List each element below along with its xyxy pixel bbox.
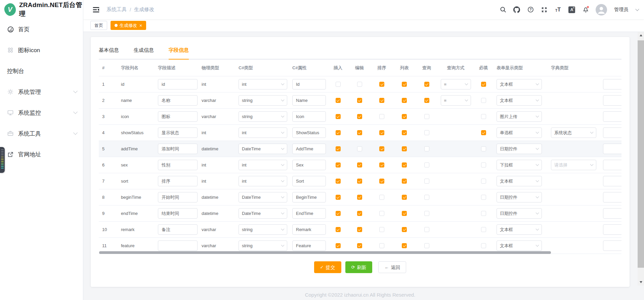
required-checkbox-checked[interactable] (481, 82, 486, 87)
scroll-down-arrow[interactable] (638, 279, 644, 285)
vertical-scrollbar-thumb[interactable] (638, 40, 644, 268)
insert-checkbox-checked[interactable] (336, 130, 341, 135)
display-type-select[interactable]: 日期控件 (497, 144, 542, 154)
display-type-select[interactable]: 下拉框 (497, 160, 542, 170)
submit-button[interactable]: ✓ 提交 (314, 261, 341, 273)
list-checkbox-checked[interactable] (402, 130, 407, 135)
csharp-property-input[interactable]: Remark (292, 224, 326, 235)
csharp-type-select[interactable]: DateTime (239, 208, 287, 219)
sidebar-item-官网地址[interactable]: 官网地址 (0, 144, 83, 165)
insert-checkbox-checked[interactable] (336, 98, 341, 103)
description-input[interactable]: 结束时间 (158, 208, 198, 219)
required-checkbox-unchecked[interactable] (481, 114, 486, 119)
csharp-property-input[interactable]: ShowStatus (292, 127, 326, 138)
description-input[interactable]: 名称 (158, 95, 198, 106)
edit-checkbox-unchecked[interactable] (357, 82, 362, 87)
extra-input[interactable] (603, 95, 621, 106)
extra-input[interactable] (603, 240, 621, 251)
list-checkbox-checked[interactable] (402, 82, 407, 87)
extra-input[interactable] (603, 192, 621, 202)
csharp-property-input[interactable]: Sex (292, 160, 326, 170)
insert-checkbox-checked[interactable] (336, 195, 341, 200)
horizontal-scrollbar-thumb[interactable] (99, 251, 551, 254)
query-checkbox-unchecked[interactable] (424, 179, 429, 184)
description-input[interactable]: 开始时间 (158, 192, 198, 202)
insert-checkbox-checked[interactable] (336, 243, 341, 248)
list-checkbox-checked[interactable] (402, 195, 407, 200)
list-checkbox-checked[interactable] (402, 146, 407, 151)
csharp-property-input[interactable]: Icon (292, 111, 326, 122)
back-button[interactable]: ← 返回 (378, 261, 406, 273)
bell-icon[interactable] (582, 6, 589, 13)
query-checkbox-unchecked[interactable] (424, 146, 429, 151)
edit-checkbox-checked[interactable] (357, 195, 362, 200)
required-checkbox-unchecked[interactable] (481, 243, 486, 248)
github-icon[interactable] (513, 6, 520, 13)
extra-input[interactable] (603, 224, 621, 235)
extra-input[interactable] (603, 176, 621, 186)
required-checkbox-unchecked[interactable] (481, 195, 486, 200)
description-input[interactable]: 性别 (158, 160, 198, 170)
description-input[interactable] (158, 240, 198, 251)
edit-checkbox-checked[interactable] (357, 211, 362, 216)
edit-checkbox-checked[interactable] (357, 98, 362, 103)
app-logo[interactable]: V ZRAdmin.NET后台管理 (0, 0, 83, 19)
sidebar-item-控制台[interactable]: 控制台 (0, 61, 83, 81)
edit-checkbox-checked[interactable] (357, 179, 362, 184)
required-checkbox-unchecked[interactable] (481, 162, 486, 167)
insert-checkbox-checked[interactable] (336, 179, 341, 184)
translate-icon[interactable]: A文 (568, 6, 575, 13)
query-mode-select[interactable]: = (441, 95, 471, 106)
insert-checkbox-unchecked[interactable] (336, 82, 341, 87)
list-checkbox-checked[interactable] (402, 227, 407, 232)
dict-type-select[interactable]: 请选择 (551, 160, 596, 170)
csharp-property-input[interactable]: BeginTime (292, 192, 326, 202)
csharp-type-select[interactable]: int (239, 127, 287, 138)
csharp-type-select[interactable]: string (239, 224, 287, 235)
user-name[interactable]: 管理员 (614, 7, 628, 13)
insert-checkbox-checked[interactable] (336, 146, 341, 151)
display-type-select[interactable]: 文本框 (497, 79, 542, 89)
list-checkbox-checked[interactable] (402, 179, 407, 184)
description-input[interactable]: 添加时间 (158, 144, 198, 154)
required-checkbox-unchecked[interactable] (481, 98, 486, 103)
display-type-select[interactable]: 文本框 (497, 224, 542, 235)
tag-生成修改[interactable]: 生成修改× (111, 21, 146, 30)
description-input[interactable]: 图标 (158, 111, 198, 122)
csharp-type-select[interactable]: int (239, 160, 287, 170)
user-menu-chevron-icon[interactable] (635, 7, 639, 11)
dict-type-select[interactable]: 系统状态 (551, 127, 596, 138)
display-type-select[interactable]: 文本框 (497, 176, 542, 186)
csharp-type-select[interactable]: DateTime (239, 192, 287, 202)
sidebar-collapse-icon[interactable] (92, 6, 100, 13)
refresh-button[interactable]: ⟳ 刷新 (345, 261, 373, 273)
required-checkbox-unchecked[interactable] (481, 227, 486, 232)
required-checkbox-unchecked[interactable] (481, 179, 486, 184)
description-input[interactable]: 排序 (158, 176, 198, 186)
display-type-select[interactable]: 文本框 (497, 95, 542, 106)
sort-checkbox-unchecked[interactable] (379, 211, 384, 216)
csharp-type-select[interactable]: int (239, 176, 287, 186)
display-type-select[interactable]: 日期控件 (497, 208, 542, 219)
edit-checkbox-checked[interactable] (357, 243, 362, 248)
query-checkbox-unchecked[interactable] (424, 211, 429, 216)
query-checkbox-unchecked[interactable] (424, 114, 429, 119)
insert-checkbox-checked[interactable] (336, 211, 341, 216)
description-input[interactable]: 备注 (158, 224, 198, 235)
csharp-type-select[interactable]: string (239, 95, 287, 106)
required-checkbox-unchecked[interactable] (481, 146, 486, 151)
query-checkbox-checked[interactable] (424, 98, 429, 103)
sort-checkbox-unchecked[interactable] (379, 227, 384, 232)
query-checkbox-unchecked[interactable] (424, 243, 429, 248)
font-size-icon[interactable]: TT (554, 6, 562, 13)
theme-drawer-handle[interactable] (0, 147, 5, 173)
csharp-type-select[interactable]: int (239, 79, 287, 89)
extra-input[interactable] (603, 160, 621, 170)
extra-input[interactable] (603, 208, 621, 219)
scroll-up-arrow[interactable] (638, 33, 644, 38)
list-checkbox-checked[interactable] (402, 211, 407, 216)
list-checkbox-checked[interactable] (402, 162, 407, 167)
insert-checkbox-checked[interactable] (336, 227, 341, 232)
tab-生成信息[interactable]: 生成信息 (134, 47, 154, 60)
sidebar-item-系统监控[interactable]: 系统监控 (0, 102, 83, 123)
